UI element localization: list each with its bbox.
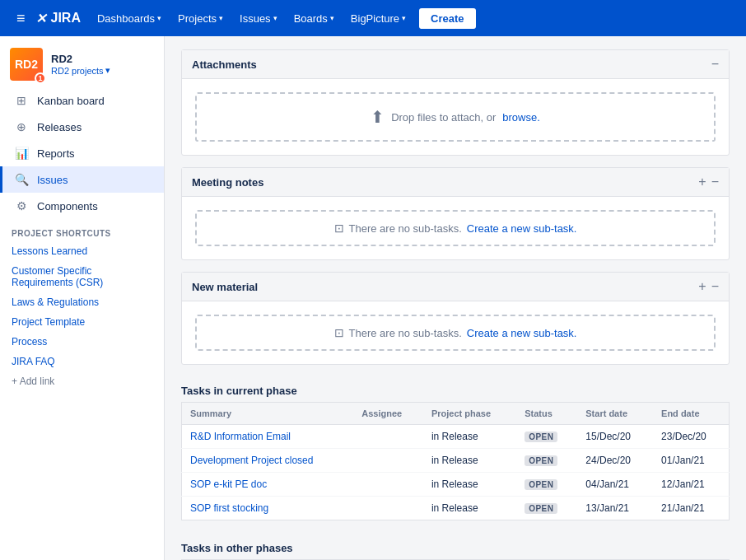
new-material-create-link[interactable]: Create a new sub-task.	[467, 327, 577, 339]
attachments-title: Attachments	[192, 58, 257, 71]
tasks-current-phase-title: Tasks in current phase	[181, 376, 730, 402]
add-link-button[interactable]: + Add link	[0, 371, 164, 391]
main-content: Attachments − ⬆ Drop files to attach, or…	[165, 36, 746, 560]
end-cell: 21/Jan/21	[653, 497, 729, 520]
sidebar-item-kanban[interactable]: ⊞ Kanban board	[0, 87, 164, 114]
start-cell: 13/Jan/21	[577, 497, 653, 520]
meeting-notes-add-icon[interactable]: +	[698, 175, 706, 189]
task-link[interactable]: R&D Information Email	[190, 431, 291, 442]
status-cell: OPEN	[516, 449, 577, 473]
table-row: SOP first stocking in Release OPEN 13/Ja…	[182, 497, 730, 520]
dashboards-chevron: ▾	[157, 14, 161, 22]
attachments-actions: −	[711, 57, 719, 72]
new-material-no-subtasks: ⊡ There are no sub-tasks. Create a new s…	[195, 315, 716, 351]
attachments-collapse-icon[interactable]: −	[711, 57, 719, 72]
drop-text: Drop files to attach, or	[391, 111, 496, 124]
task-link[interactable]: SOP e-kit PE doc	[190, 478, 267, 490]
end-cell: 01/Jan/21	[653, 449, 729, 473]
boards-chevron: ▾	[330, 14, 334, 22]
issues-icon: 🔍	[14, 172, 29, 187]
hamburger-menu[interactable]: ≡	[10, 7, 32, 30]
new-material-title: New material	[192, 281, 258, 293]
meeting-notes-actions: + −	[698, 175, 719, 189]
tasks-current-phase-header: Summary Assignee Project phase Status St…	[182, 403, 730, 425]
shortcut-template[interactable]: Project Template	[0, 312, 164, 332]
col-start: Start date	[577, 403, 653, 425]
shortcut-jira-faq[interactable]: JIRA FAQ	[0, 352, 164, 371]
tasks-current-phase-table: Summary Assignee Project phase Status St…	[181, 402, 730, 520]
status-cell: OPEN	[516, 473, 577, 497]
sidebar-item-issues[interactable]: 🔍 Issues	[0, 166, 164, 193]
meeting-notes-no-subtasks-text: There are no sub-tasks.	[349, 222, 462, 235]
new-material-section: New material + − ⊡ There are no sub-task…	[181, 272, 730, 365]
table-row: Development Project closed in Release OP…	[182, 449, 730, 473]
nav-boards[interactable]: Boards ▾	[287, 9, 341, 28]
table-row: R&D Information Email in Release OPEN 15…	[182, 425, 730, 449]
start-cell: 04/Jan/21	[577, 473, 653, 497]
kanban-label: Kanban board	[37, 95, 105, 107]
nav-bigpicture[interactable]: BigPicture ▾	[344, 9, 413, 28]
meeting-notes-title: Meeting notes	[192, 176, 263, 189]
tasks-other-phases-section: Tasks in other phases Summary Assignee P…	[181, 534, 730, 560]
releases-label: Releases	[37, 121, 82, 133]
table-row: SOP e-kit PE doc in Release OPEN 04/Jan/…	[182, 473, 730, 497]
status-badge: OPEN	[525, 503, 557, 514]
project-avatar: RD2 1	[10, 48, 43, 81]
tasks-current-phase-body: R&D Information Email in Release OPEN 15…	[182, 425, 730, 520]
col-status: Status	[516, 403, 577, 425]
boards-label: Boards	[294, 12, 328, 25]
subtask-icon: ⊡	[334, 222, 344, 235]
shortcut-laws[interactable]: Laws & Regulations	[0, 292, 164, 312]
meeting-notes-create-link[interactable]: Create a new sub-task.	[467, 222, 577, 235]
task-link[interactable]: Development Project closed	[190, 455, 313, 466]
sidebar-item-reports[interactable]: 📊 Reports	[0, 140, 164, 166]
task-link[interactable]: SOP first stocking	[190, 502, 268, 514]
attachments-section: Attachments − ⬆ Drop files to attach, or…	[181, 49, 730, 156]
browse-link[interactable]: browse.	[502, 111, 540, 124]
new-material-body: ⊡ There are no sub-tasks. Create a new s…	[182, 301, 729, 364]
status-badge: OPEN	[525, 455, 557, 466]
col-end: End date	[653, 403, 729, 425]
meeting-notes-collapse-icon[interactable]: −	[711, 175, 719, 189]
assignee-cell	[353, 473, 423, 497]
issues-chevron: ▾	[273, 14, 277, 22]
end-cell: 12/Jan/21	[653, 473, 729, 497]
status-badge: OPEN	[525, 479, 557, 490]
logo-x-icon: ✕	[35, 11, 46, 26]
reports-label: Reports	[37, 147, 75, 160]
kanban-icon: ⊞	[14, 93, 29, 108]
phase-cell: in Release	[423, 425, 516, 449]
issues-label: Issues	[240, 12, 271, 25]
create-button[interactable]: Create	[419, 8, 475, 29]
meeting-notes-header: Meeting notes + −	[182, 168, 729, 197]
shortcut-process[interactable]: Process	[0, 332, 164, 352]
project-header: RD2 1 RD2 RD2 projects ▾	[0, 36, 164, 87]
phase-cell: in Release	[423, 473, 516, 497]
shortcut-lessons-learned[interactable]: Lessons Learned	[0, 241, 164, 261]
sidebar-item-components[interactable]: ⚙ Components	[0, 193, 164, 219]
jira-logo: ✕ JIRA	[35, 11, 81, 26]
status-badge: OPEN	[525, 432, 557, 442]
assignee-cell	[353, 425, 423, 449]
nav-projects[interactable]: Projects ▾	[171, 9, 230, 28]
new-material-header: New material + −	[182, 273, 729, 301]
projects-chevron: ▾	[219, 14, 223, 22]
sidebar-item-releases[interactable]: ⊕ Releases	[0, 114, 164, 140]
drop-zone[interactable]: ⬆ Drop files to attach, or browse.	[195, 92, 716, 142]
new-material-actions: + −	[698, 279, 719, 294]
start-cell: 15/Dec/20	[577, 425, 653, 449]
meeting-notes-body: ⊡ There are no sub-tasks. Create a new s…	[182, 197, 729, 259]
assignee-cell	[353, 497, 423, 520]
nav-issues[interactable]: Issues ▾	[233, 9, 284, 28]
upload-icon: ⬆	[371, 107, 385, 127]
components-icon: ⚙	[14, 198, 29, 213]
sidebar: RD2 1 RD2 RD2 projects ▾ ⊞ Kanban board …	[0, 36, 165, 560]
project-sub-link[interactable]: RD2 projects ▾	[51, 65, 110, 76]
new-material-add-icon[interactable]: +	[698, 279, 706, 294]
nav-dashboards[interactable]: Dashboards ▾	[91, 9, 168, 28]
shortcut-csr[interactable]: Customer Specific Requirements (CSR)	[0, 261, 164, 292]
issues-label: Issues	[37, 174, 68, 186]
dashboards-label: Dashboards	[97, 12, 155, 25]
assignee-cell	[353, 449, 423, 473]
new-material-collapse-icon[interactable]: −	[711, 279, 719, 294]
